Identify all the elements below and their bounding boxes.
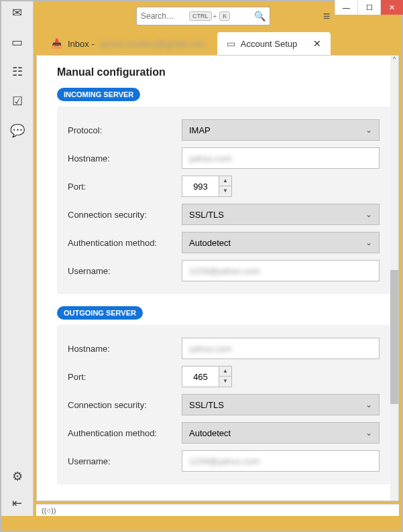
- incoming-server-badge: INCOMING SERVER: [57, 88, 140, 101]
- incoming-username-value: 1234@yahoo.com: [189, 266, 260, 276]
- stepper-down-icon[interactable]: ▼: [219, 377, 231, 387]
- label-protocol: Protocol:: [68, 125, 182, 135]
- label-hostname-out: Hostname:: [68, 344, 182, 354]
- app-menu-button[interactable]: ≡: [317, 9, 336, 23]
- window-controls: — ☐ ✕: [335, 0, 403, 15]
- label-username-in: Username:: [68, 266, 182, 276]
- outgoing-form: Hostname: yahoo.com Port: ▲▼ Connecti: [57, 325, 390, 484]
- search-icon: 🔍: [254, 11, 266, 21]
- scrollbar-thumb[interactable]: [390, 270, 398, 404]
- maximize-button[interactable]: ☐: [357, 0, 380, 15]
- outgoing-auth-value: Autodetect: [189, 428, 231, 438]
- label-port-out: Port:: [68, 372, 182, 382]
- label-connsec-out: Connection security:: [68, 400, 182, 410]
- outgoing-hostname-value: yahoo.com: [189, 344, 232, 354]
- outgoing-server-badge: OUTGOING SERVER: [57, 306, 143, 320]
- status-bar: ((○)): [36, 504, 399, 516]
- chevron-down-icon: ⌄: [365, 210, 372, 219]
- label-port-in: Port:: [68, 182, 182, 192]
- label-auth-out: Authentication method:: [68, 428, 182, 438]
- label-auth-in: Authentication method:: [68, 238, 182, 248]
- scrollbar-up-icon[interactable]: ^: [390, 56, 398, 65]
- tab-setup-label: Account Setup: [241, 39, 298, 49]
- tab-inbox-account: aaruni.nucleus@gmail.com: [100, 39, 205, 49]
- incoming-form: Protocol: IMAP ⌄ Hostname: yahoo.com P: [57, 107, 390, 294]
- incoming-connsec-select[interactable]: SSL/TLS ⌄: [182, 204, 380, 225]
- close-button[interactable]: ✕: [380, 0, 403, 15]
- chevron-down-icon: ⌄: [365, 400, 372, 409]
- main-area: CTRL + K 🔍 ≡ 📥 Inbox - aaruni.nucleus@gm…: [34, 1, 402, 516]
- label-username-out: Username:: [68, 456, 182, 466]
- chevron-down-icon: ⌄: [365, 125, 372, 135]
- outgoing-username-value: 1234@yahoo.com: [189, 456, 260, 466]
- outgoing-port-input[interactable]: [182, 366, 219, 387]
- tab-inbox-label: Inbox -: [68, 39, 95, 49]
- stepper-up-icon[interactable]: ▲: [219, 176, 231, 186]
- tab-close-icon[interactable]: ✕: [313, 38, 321, 49]
- settings-tab-icon: ▭: [227, 38, 235, 49]
- label-connsec-in: Connection security:: [68, 210, 182, 220]
- inbox-icon: 📥: [51, 38, 62, 49]
- chevron-down-icon: ⌄: [365, 238, 372, 247]
- incoming-hostname-input[interactable]: yahoo.com: [182, 147, 380, 169]
- search-box[interactable]: CTRL + K 🔍: [136, 7, 270, 25]
- kbd-plus: +: [212, 13, 219, 20]
- outgoing-port-stepper[interactable]: ▲▼: [219, 366, 232, 387]
- incoming-port-input[interactable]: [182, 176, 219, 197]
- incoming-auth-value: Autodetect: [189, 238, 231, 248]
- spaces-toolbar: ✉ ▭ ☷ ☑ 💬 ⚙ ⇤: [1, 1, 34, 516]
- outgoing-auth-select[interactable]: Autodetect ⌄: [182, 422, 380, 444]
- tab-account-setup[interactable]: ▭ Account Setup ✕: [217, 32, 331, 55]
- content-panel: ^ Manual configuration INCOMING SERVER P…: [36, 55, 399, 501]
- calendar-icon[interactable]: ☷: [10, 64, 25, 79]
- incoming-auth-select[interactable]: Autodetect ⌄: [182, 232, 380, 253]
- incoming-hostname-value: yahoo.com: [189, 153, 232, 163]
- addressbook-icon[interactable]: ▭: [10, 35, 25, 50]
- search-input[interactable]: [141, 11, 188, 21]
- settings-icon[interactable]: ⚙: [10, 469, 25, 484]
- tasks-icon[interactable]: ☑: [10, 94, 25, 109]
- protocol-select[interactable]: IMAP ⌄: [182, 119, 380, 141]
- protocol-value: IMAP: [189, 125, 211, 135]
- kbd-ctrl: CTRL: [189, 11, 212, 21]
- status-activity-icon: ((○)): [42, 507, 56, 515]
- incoming-port-stepper[interactable]: ▲▼: [219, 176, 232, 197]
- collapse-icon[interactable]: ⇤: [10, 496, 25, 511]
- chat-icon[interactable]: 💬: [10, 123, 25, 138]
- outgoing-connsec-value: SSL/TLS: [189, 400, 224, 410]
- minimize-button[interactable]: —: [335, 0, 357, 15]
- page-title: Manual configuration: [57, 66, 390, 78]
- tab-strip: 📥 Inbox - aaruni.nucleus@gmail.com ▭ Acc…: [34, 31, 402, 55]
- incoming-username-input[interactable]: 1234@yahoo.com: [182, 260, 380, 281]
- outgoing-hostname-input[interactable]: yahoo.com: [182, 338, 380, 359]
- outgoing-connsec-select[interactable]: SSL/TLS ⌄: [182, 394, 380, 415]
- tab-inbox[interactable]: 📥 Inbox - aaruni.nucleus@gmail.com: [42, 32, 215, 55]
- chevron-down-icon: ⌄: [365, 428, 372, 438]
- incoming-connsec-value: SSL/TLS: [189, 210, 224, 220]
- stepper-down-icon[interactable]: ▼: [219, 186, 231, 196]
- stepper-up-icon[interactable]: ▲: [219, 367, 231, 377]
- outgoing-username-input[interactable]: 1234@yahoo.com: [182, 450, 380, 472]
- mail-icon[interactable]: ✉: [10, 5, 25, 20]
- app-frame: ✉ ▭ ☷ ☑ 💬 ⚙ ⇤ CTRL + K 🔍 ≡ 📥 Inbox -: [1, 1, 402, 516]
- label-hostname-in: Hostname:: [68, 153, 182, 163]
- kbd-k: K: [219, 11, 230, 21]
